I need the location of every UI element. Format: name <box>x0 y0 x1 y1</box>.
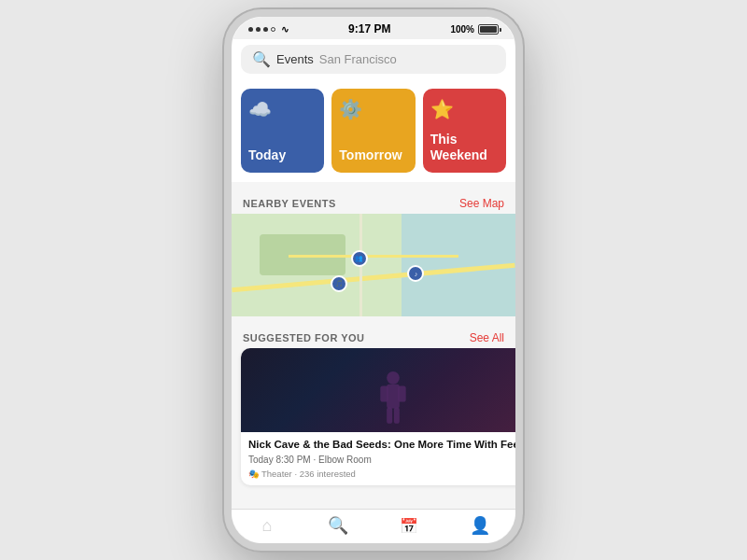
tile-today[interactable]: ☁️ Today <box>241 89 324 173</box>
tomorrow-label: Tomorrow <box>339 147 407 163</box>
tab-home[interactable]: ⌂ <box>232 516 303 536</box>
nick-cave-meta: Today 8:30 PM · Elbow Room <box>248 455 515 465</box>
search-icon: 🔍 <box>252 50 271 68</box>
nearby-title: NEARBY EVENTS <box>243 198 336 209</box>
map-pin-1[interactable]: 👥 <box>351 250 368 267</box>
map-pin-3[interactable]: 🎵 <box>331 275 347 292</box>
suggested-section: SUGGESTED FOR YOU See All <box>232 324 515 495</box>
nick-cave-silhouette <box>374 371 412 427</box>
nick-cave-image <box>241 348 515 432</box>
svg-rect-2 <box>380 385 388 401</box>
search-city: San Francisco <box>319 52 397 66</box>
svg-rect-1 <box>387 385 400 409</box>
signal-dot-3 <box>263 27 268 32</box>
svg-rect-5 <box>394 408 400 424</box>
phone-screen: ∿ 9:17 PM 100% 🔍 Events San Francisco ☁️ <box>232 17 515 543</box>
weekend-label: ThisWeekend <box>430 132 499 163</box>
nick-cave-tag-text: Theater · 236 interested <box>261 469 356 479</box>
category-tiles: ☁️ Today ⚙️ Tomorrow ⭐ ThisWeekend <box>232 79 515 182</box>
map-container[interactable]: 👥 ♪ 🎵 <box>232 214 515 316</box>
suggested-title: SUGGESTED FOR YOU <box>243 332 365 343</box>
svg-point-0 <box>387 371 400 385</box>
theater-icon: 🎭 <box>248 469 260 479</box>
main-content: ☁️ Today ⚙️ Tomorrow ⭐ ThisWeekend NEARB… <box>232 79 515 509</box>
nick-cave-title: Nick Cave & the Bad Seeds: One More Time… <box>248 438 515 452</box>
see-map-button[interactable]: See Map <box>459 197 504 210</box>
nick-cave-info: Nick Cave & the Bad Seeds: One More Time… <box>241 432 515 485</box>
tab-search[interactable]: 🔍 <box>303 515 374 536</box>
tomorrow-icon: ⚙️ <box>339 98 407 120</box>
nick-cave-tags: 🎭 Theater · 236 interested <box>248 469 356 479</box>
weekend-icon: ⭐ <box>430 98 499 120</box>
battery-percent: 100% <box>450 24 474 35</box>
see-all-button[interactable]: See All <box>470 331 504 344</box>
calendar-icon: 📅 <box>400 517 418 535</box>
tab-profile[interactable]: 👤 <box>444 515 515 536</box>
status-bar: ∿ 9:17 PM 100% <box>232 17 515 39</box>
map-road-2 <box>289 255 458 258</box>
battery-icon <box>478 24 499 35</box>
signal-dot-2 <box>256 27 261 32</box>
signal-dot-1 <box>248 27 253 32</box>
tile-weekend[interactable]: ⭐ ThisWeekend <box>423 89 506 173</box>
signal-area: ∿ <box>248 24 289 35</box>
profile-icon: 👤 <box>470 515 490 536</box>
home-icon: ⌂ <box>262 516 273 536</box>
suggested-header: SUGGESTED FOR YOU See All <box>232 324 515 348</box>
search-bar[interactable]: 🔍 Events San Francisco <box>241 45 506 74</box>
tab-bar: ⌂ 🔍 📅 👤 <box>232 509 515 543</box>
today-icon: ☁️ <box>248 98 317 120</box>
search-tab-icon: 🔍 <box>328 515 348 536</box>
status-time: 9:17 PM <box>348 22 390 35</box>
today-label: Today <box>248 147 317 163</box>
battery-fill <box>480 26 497 33</box>
event-card-nick-cave[interactable]: Nick Cave & the Bad Seeds: One More Time… <box>241 348 515 485</box>
signal-dot-4 <box>271 27 275 32</box>
wifi-icon: ∿ <box>281 24 289 35</box>
search-label: Events <box>276 52 314 66</box>
tab-calendar[interactable]: 📅 <box>374 517 444 535</box>
battery-area: 100% <box>450 24 499 35</box>
nearby-header: NEARBY EVENTS See Map <box>232 189 515 214</box>
nick-cave-footer: 🎭 Theater · 236 interested ☆ <box>248 468 515 480</box>
tile-tomorrow[interactable]: ⚙️ Tomorrow <box>331 89 415 173</box>
phone-frame: ∿ 9:17 PM 100% 🔍 Events San Francisco ☁️ <box>224 9 523 551</box>
map-background: 👥 ♪ 🎵 <box>232 214 515 316</box>
svg-rect-4 <box>387 408 392 424</box>
svg-rect-3 <box>398 385 406 401</box>
event-cards-row: Nick Cave & the Bad Seeds: One More Time… <box>232 348 515 495</box>
